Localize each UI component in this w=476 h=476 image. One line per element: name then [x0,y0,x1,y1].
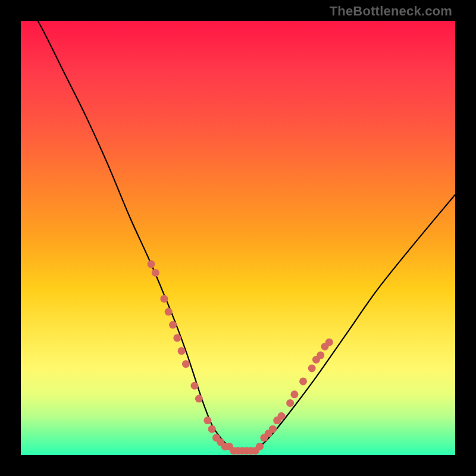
highlight-dots [148,260,333,455]
highlight-dot [169,321,177,329]
highlight-dot [308,365,316,372]
highlight-dot [286,399,294,407]
highlight-dot [203,416,211,424]
highlight-dot [256,443,264,450]
highlight-dot [195,395,203,403]
highlight-dot [278,412,286,420]
highlight-dot [325,339,333,346]
highlight-dot [152,269,159,277]
highlight-dot [182,360,190,368]
plot-area [21,21,455,455]
highlight-dot [290,390,298,398]
highlight-dot [160,295,168,303]
watermark-text: TheBottleneck.com [330,4,452,19]
highlight-dot [165,308,173,316]
highlight-dot [299,377,307,385]
highlight-dot [191,382,199,390]
highlight-dot [178,347,186,355]
chart-frame: TheBottleneck.com [0,0,476,476]
highlight-dot [173,334,181,342]
highlight-dot [208,425,216,433]
highlight-dot [317,352,324,359]
highlight-dot [148,260,155,268]
highlight-dot [269,425,277,433]
bottleneck-curve [21,0,455,452]
chart-svg [21,21,455,455]
